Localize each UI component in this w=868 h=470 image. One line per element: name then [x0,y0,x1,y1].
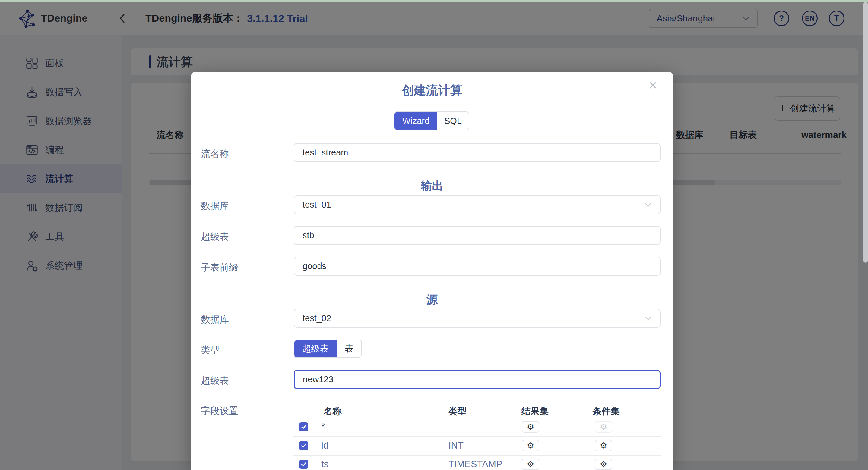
gear-icon: ⚙ [600,442,607,450]
create-stream-modal: ✕ 创建流计算 Wizard SQL 流名称 test_stream 输出 数据… [191,72,673,470]
gear-icon: ⚙ [600,423,607,431]
result-set-gear-button[interactable]: ⚙ [522,440,539,451]
stream-name-value: test_stream [303,147,348,158]
tab-sql[interactable]: SQL [437,112,469,130]
field-type: INT [448,436,464,455]
gear-icon: ⚙ [527,442,534,450]
chevron-down-icon [645,316,652,321]
condition-set-gear-button[interactable]: ⚙ [595,459,612,470]
source-type-label: 类型 [201,344,220,357]
mode-tabs: Wizard SQL [394,111,469,130]
field-type: TIMESTAMP [448,455,502,470]
source-stable-value: new123 [303,374,334,384]
field-checkbox[interactable] [299,460,308,469]
stream-name-label: 流名称 [201,147,229,160]
result-set-gear-button[interactable]: ⚙ [522,459,539,470]
vertical-scrollbar[interactable] [863,1,868,470]
gear-icon: ⚙ [527,460,534,469]
gear-icon: ⚙ [600,460,607,469]
output-database-value: test_01 [303,200,331,210]
output-stable-label: 超级表 [201,231,229,243]
field-col-type: 类型 [448,405,467,417]
output-database-label: 数据库 [201,200,229,212]
subtable-prefix-input[interactable]: goods [294,257,660,276]
output-section-heading: 输出 [191,178,673,194]
subtable-prefix-label: 子表前缀 [201,261,238,274]
row-divider [293,417,660,418]
field-name: id [321,436,329,455]
field-checkbox[interactable] [299,423,308,431]
source-database-select[interactable]: test_02 [294,309,660,328]
row-divider [293,436,660,437]
modal-title: 创建流计算 [191,82,673,99]
field-col-result-set: 结果集 [522,405,549,417]
gear-icon: ⚙ [527,423,534,431]
source-stable-input[interactable]: new123 [294,370,660,389]
source-stable-label: 超级表 [201,374,229,387]
vertical-scrollbar-thumb[interactable] [864,2,868,263]
type-option-table[interactable]: 表 [337,340,361,357]
subtable-prefix-value: goods [303,261,326,271]
result-set-gear-button[interactable]: ⚙ [522,421,539,433]
source-type-segmented: 超级表 表 [294,340,362,358]
field-col-name: 名称 [323,405,342,417]
field-name: * [321,417,325,436]
tab-wizard[interactable]: Wizard [395,112,437,130]
chevron-down-icon [645,202,652,207]
app-root: TDengine TDengine服务版本： 3.1.1.12 Trial As… [0,1,868,470]
source-database-label: 数据库 [201,313,229,326]
field-settings-label: 字段设置 [201,405,238,417]
output-database-select[interactable]: test_01 [294,195,660,214]
condition-set-gear-button[interactable]: ⚙ [595,440,612,451]
field-col-condition-set: 条件集 [593,405,620,417]
source-section-heading: 源 [191,292,673,307]
field-checkbox[interactable] [299,441,308,450]
field-name: ts [321,455,329,470]
output-stable-input[interactable]: stb [294,226,660,245]
output-stable-value: stb [303,231,314,240]
stream-name-input[interactable]: test_stream [294,143,660,162]
type-option-stable[interactable]: 超级表 [294,340,337,357]
condition-set-gear-button-disabled: ⚙ [595,421,612,433]
browser-indicator-strip [0,0,868,1]
source-database-value: test_02 [303,313,331,323]
